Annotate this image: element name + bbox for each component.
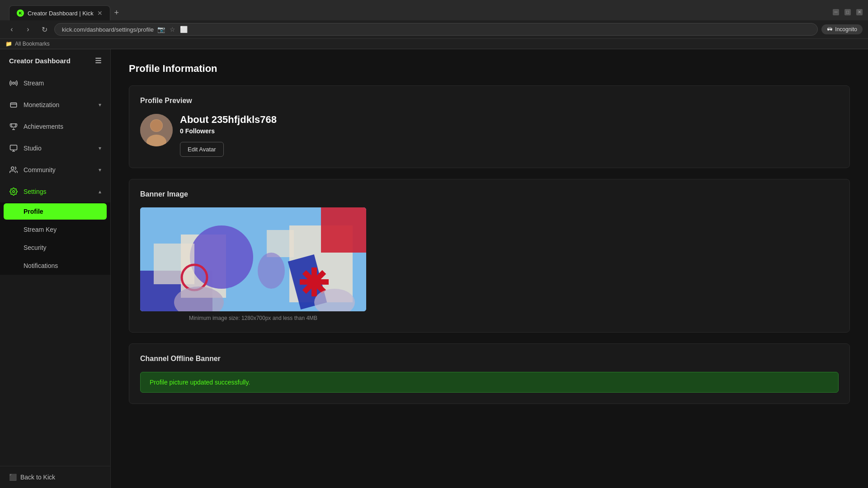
bookmark-icon: ☆ — [170, 26, 175, 33]
page-title: Profile Information — [129, 63, 850, 75]
settings-submenu: Profile Stream Key Security Notification… — [0, 202, 110, 275]
profile-preview-content: About 235hfjdkls768 0 Followers Edit Ava… — [140, 114, 839, 157]
community-icon — [9, 165, 18, 174]
sidebar-title: Creator Dashboard — [9, 57, 71, 65]
achievements-label: Achievements — [24, 123, 101, 130]
profile-label: Profile — [24, 208, 43, 215]
devices-icon: ⬜ — [180, 26, 188, 33]
studio-label: Studio — [24, 145, 93, 152]
sidebar: Creator Dashboard ☰ Stream Mone — [0, 49, 111, 488]
svg-rect-2 — [10, 145, 17, 150]
svg-point-3 — [11, 167, 14, 169]
monetization-label: Monetization — [24, 101, 93, 108]
tab-favicon: K — [17, 9, 24, 17]
svg-point-4 — [13, 191, 15, 193]
address-icons: 📷 ☆ ⬜ — [157, 26, 188, 33]
studio-expand-icon: ▾ — [99, 145, 101, 151]
monetization-icon — [9, 100, 18, 109]
minimize-button[interactable]: ─ — [833, 9, 839, 15]
community-label: Community — [24, 166, 93, 174]
profile-followers: 0 Followers — [180, 127, 839, 135]
settings-sub-security[interactable]: Security — [0, 239, 110, 257]
settings-sub-stream-key[interactable]: Stream Key — [0, 221, 110, 239]
stream-key-label: Stream Key — [24, 226, 57, 233]
address-bar[interactable]: kick.com/dashboard/settings/profile 📷 ☆ … — [54, 23, 818, 36]
camera-off-icon: 📷 — [157, 26, 165, 33]
sidebar-item-studio[interactable]: Studio ▾ — [0, 137, 110, 159]
svg-point-12 — [190, 225, 253, 289]
hamburger-icon[interactable]: ☰ — [95, 56, 101, 65]
browser-chrome: K Creator Dashboard | Kick ✕ + ─ □ ✕ ‹ ›… — [0, 0, 868, 49]
edit-avatar-button[interactable]: Edit Avatar — [180, 142, 224, 157]
avatar — [140, 114, 173, 146]
settings-icon — [9, 187, 18, 196]
security-label: Security — [24, 244, 47, 251]
active-tab[interactable]: K Creator Dashboard | Kick ✕ — [9, 5, 110, 20]
window-controls: ─ □ ✕ — [833, 9, 863, 15]
edit-avatar-label: Edit Avatar — [188, 146, 216, 153]
address-bar-row: ‹ › ↻ kick.com/dashboard/settings/profil… — [0, 20, 868, 38]
followers-count: 0 — [180, 127, 184, 135]
back-to-kick-label: Back to Kick — [20, 474, 55, 481]
close-button[interactable]: ✕ — [856, 9, 863, 15]
profile-preview-title: Profile Preview — [140, 97, 839, 105]
community-expand-icon: ▾ — [99, 167, 101, 173]
url-text: kick.com/dashboard/settings/profile — [62, 26, 154, 33]
settings-label: Settings — [24, 188, 93, 195]
achievements-icon — [9, 122, 18, 131]
sidebar-item-settings[interactable]: Settings ▴ — [0, 181, 110, 202]
banner-image[interactable] — [140, 207, 366, 311]
svg-rect-13 — [154, 244, 194, 284]
sidebar-header: Creator Dashboard ☰ — [0, 49, 110, 72]
profile-info: About 235hfjdkls768 0 Followers Edit Ava… — [180, 114, 839, 157]
bookmarks-folder-icon: 📁 — [5, 41, 12, 47]
sidebar-item-community[interactable]: Community ▾ — [0, 159, 110, 181]
profile-about-title: About 235hfjdkls768 — [180, 114, 839, 126]
bookmarks-bar: 📁 All Bookmarks — [0, 38, 868, 49]
incognito-icon: 🕶 — [827, 26, 832, 33]
svg-point-8 — [151, 120, 162, 131]
reload-button[interactable]: ↻ — [38, 23, 51, 36]
svg-point-0 — [13, 82, 15, 84]
studio-icon — [9, 144, 18, 153]
svg-rect-17 — [321, 207, 366, 253]
back-to-kick-button[interactable]: ⬛ Back to Kick — [0, 466, 110, 488]
stream-label: Stream — [24, 80, 101, 87]
banner-image-title: Banner Image — [140, 190, 839, 198]
followers-label: Followers — [185, 127, 215, 135]
notifications-label: Notifications — [24, 262, 58, 269]
channel-offline-title: Channel Offline Banner — [140, 355, 839, 363]
incognito-button[interactable]: 🕶 Incognito — [821, 24, 863, 34]
app-container: Creator Dashboard ☰ Stream Mone — [0, 49, 868, 488]
avatar-image — [140, 114, 173, 146]
banner-image-card: Banner Image — [129, 179, 850, 333]
tab-close-btn[interactable]: ✕ — [97, 9, 103, 17]
svg-rect-1 — [10, 103, 17, 108]
sidebar-item-stream[interactable]: Stream — [0, 72, 110, 94]
maximize-button[interactable]: □ — [844, 9, 851, 15]
back-button[interactable]: ‹ — [5, 23, 18, 36]
main-content: Profile Information Profile Preview — [111, 49, 868, 488]
banner-container: Minimum image size: 1280x700px and less … — [140, 207, 839, 321]
tab-title: Creator Dashboard | Kick — [28, 10, 94, 17]
back-icon: ⬛ — [9, 474, 17, 481]
settings-sub-notifications[interactable]: Notifications — [0, 257, 110, 275]
channel-offline-card: Channel Offline Banner Profile picture u… — [129, 343, 850, 404]
forward-button[interactable]: › — [22, 23, 34, 36]
incognito-label: Incognito — [835, 26, 857, 33]
title-bar: K Creator Dashboard | Kick ✕ + ─ □ ✕ — [0, 0, 868, 20]
banner-caption: Minimum image size: 1280x700px and less … — [140, 315, 366, 321]
profile-preview-card: Profile Preview About 235hfjdkls768 — [129, 85, 850, 168]
tabs-bar: K Creator Dashboard | Kick ✕ + — [5, 5, 127, 20]
sidebar-item-achievements[interactable]: Achievements — [0, 116, 110, 137]
stream-icon — [9, 79, 18, 88]
sidebar-item-monetization[interactable]: Monetization ▾ — [0, 94, 110, 116]
bookmarks-label: All Bookmarks — [15, 41, 50, 47]
settings-sub-profile[interactable]: Profile — [4, 203, 107, 220]
success-toast: Profile picture updated successfully. — [140, 372, 839, 393]
new-tab-button[interactable]: + — [110, 7, 123, 19]
svg-point-26 — [258, 253, 285, 289]
settings-expand-icon: ▴ — [99, 188, 101, 195]
monetization-expand-icon: ▾ — [99, 102, 101, 108]
